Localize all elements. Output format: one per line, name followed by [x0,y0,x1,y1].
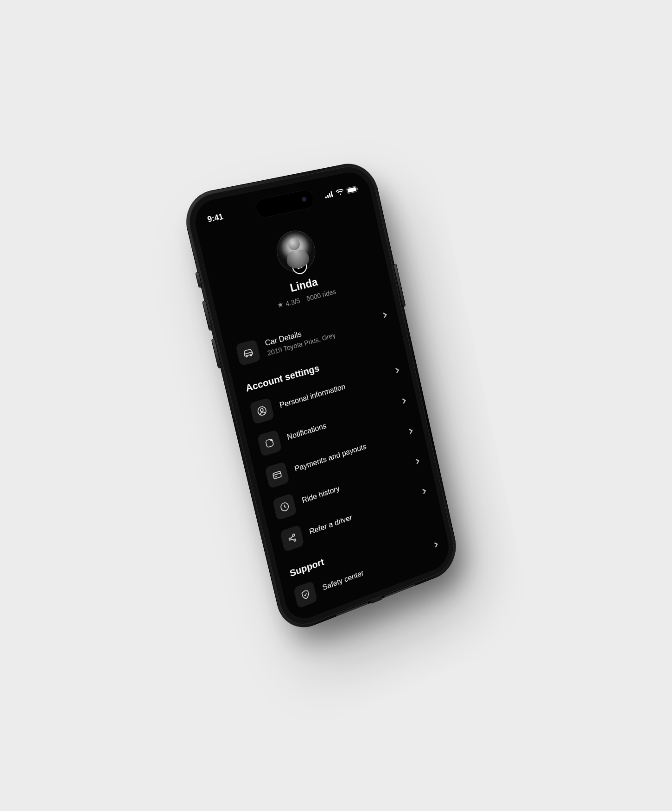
person-icon [249,398,274,425]
svg-rect-0 [325,196,327,198]
svg-rect-13 [266,439,274,448]
star-icon: ★ [276,300,284,310]
notification-icon [257,430,282,457]
svg-rect-1 [327,195,329,198]
profile-rating: 4.3/5 [285,296,301,308]
chevron-right-icon [414,457,421,467]
volume-up-button [203,301,212,330]
svg-point-11 [257,406,267,416]
mute-switch [196,272,202,287]
power-button [394,264,406,306]
svg-point-17 [289,538,291,540]
profile-stats: ★ 4.3/5 5000 rides [276,287,336,310]
card-icon [265,462,290,489]
profile-name: Linda [289,275,319,295]
svg-point-12 [260,408,263,412]
chevron-right-icon [433,541,440,551]
volume-down-button [212,339,222,368]
svg-rect-8 [244,352,253,356]
clock-icon [273,493,297,520]
share-icon [280,525,304,552]
svg-point-16 [280,502,289,512]
cellular-icon [324,190,334,198]
profile-rides: 5000 rides [306,287,337,302]
svg-point-10 [250,355,252,356]
chevron-right-icon [407,427,414,437]
camera-icon[interactable] [291,257,309,276]
avatar[interactable] [273,228,319,276]
shield-check-icon [293,581,317,608]
svg-rect-6 [357,187,358,190]
svg-point-14 [270,439,273,442]
status-time: 9:41 [207,212,224,225]
svg-rect-2 [329,193,331,197]
car-details-row[interactable]: Car Details 2019 Toyota Prius, Grey [234,300,391,372]
wifi-icon [336,188,345,196]
chevron-right-icon [394,367,401,376]
svg-point-7 [298,265,301,267]
chevron-right-icon [421,487,428,497]
screen: 9:41 [190,169,453,625]
phone-frame: 9:41 [184,163,458,633]
chevron-right-icon [381,311,389,321]
svg-rect-3 [330,191,333,197]
svg-point-18 [292,534,295,537]
svg-point-19 [294,539,296,541]
svg-rect-15 [273,471,282,479]
svg-point-9 [246,355,247,357]
battery-icon [346,185,359,194]
dynamic-island [254,189,316,219]
chevron-right-icon [401,397,408,406]
car-icon [235,339,261,366]
